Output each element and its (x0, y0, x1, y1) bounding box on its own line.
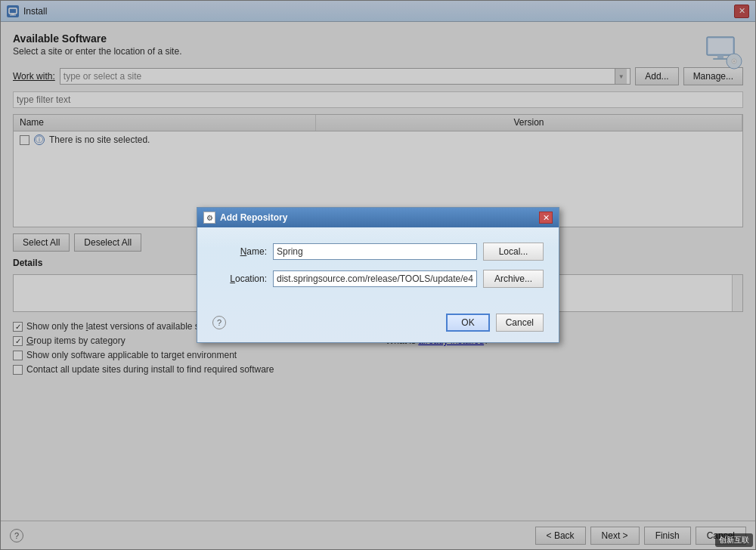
name-label: Name: (212, 246, 267, 257)
local-button[interactable]: Local... (483, 243, 544, 261)
name-input[interactable] (273, 243, 477, 260)
modal-help-icon[interactable]: ? (212, 316, 226, 329)
location-label: Location: (212, 273, 267, 284)
ok-button[interactable]: OK (446, 314, 489, 332)
modal-title-bar: ⚙ Add Repository ✕ (197, 208, 559, 227)
location-input[interactable] (273, 270, 477, 287)
modal-footer: ? OK Cancel (197, 307, 559, 342)
modal-cancel-button[interactable]: Cancel (496, 314, 544, 332)
modal-title: Add Repository (220, 212, 534, 223)
modal-title-icon: ⚙ (203, 212, 215, 224)
modal-overlay: ⚙ Add Repository ✕ Name: Local... Locati… (0, 0, 756, 550)
modal-body: Name: Local... Location: Archive... (197, 227, 559, 307)
location-row: Location: Archive... (212, 270, 544, 288)
name-row: Name: Local... (212, 243, 544, 261)
watermark: 创新互联 (715, 533, 753, 547)
add-repository-dialog: ⚙ Add Repository ✕ Name: Local... Locati… (197, 207, 559, 343)
main-window: Install ✕ Available Software Select a si… (0, 0, 756, 550)
archive-button[interactable]: Archive... (483, 270, 544, 288)
modal-close-button[interactable]: ✕ (539, 212, 553, 224)
